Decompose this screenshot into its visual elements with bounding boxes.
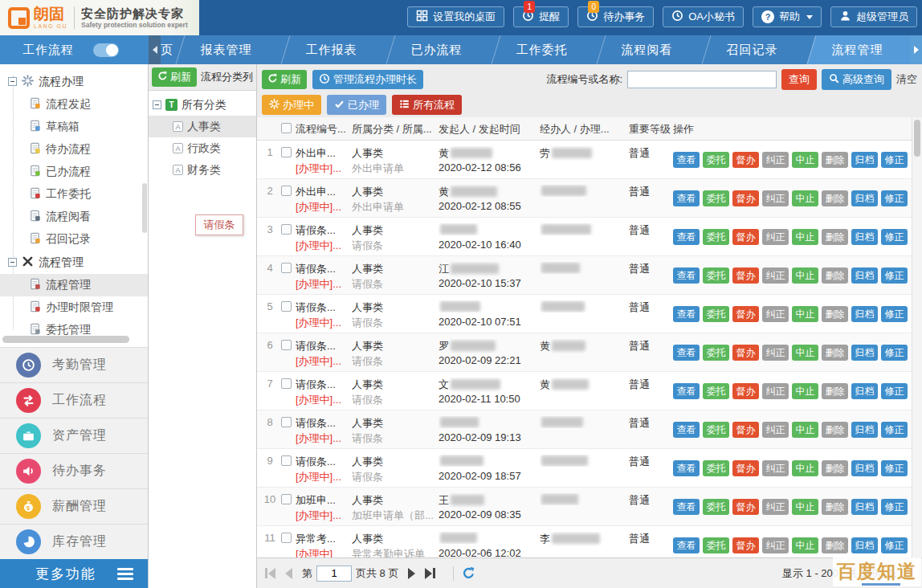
tree-group-flow-management[interactable]: 流程管理 — [0, 251, 148, 274]
tab-report-manage[interactable]: 报表管理 — [173, 35, 279, 64]
vertical-scrollbar[interactable] — [142, 183, 147, 233]
category-refresh-button[interactable]: 刷新 — [152, 67, 197, 87]
help-button[interactable]: ? 帮助 — [753, 6, 822, 27]
category-hr[interactable]: A 人事类 — [149, 116, 256, 137]
action-view-button[interactable]: 查看 — [673, 422, 700, 438]
category-admin[interactable]: A 行政类 — [149, 137, 256, 159]
sidebar-item-drafts[interactable]: 草稿箱 — [0, 116, 148, 138]
row-checkbox[interactable] — [281, 340, 292, 350]
action-archive-button[interactable]: 归档 — [851, 306, 878, 322]
tab-flow-manage[interactable]: 流程管理 — [805, 35, 910, 64]
tab-work-delegate[interactable]: 工作委托 — [489, 35, 594, 64]
action-correct-button[interactable]: 纠正 — [762, 383, 789, 399]
filter-all-button[interactable]: 所有流程 — [392, 95, 462, 115]
action-delegate-button[interactable]: 委托 — [703, 460, 729, 476]
action-delegate-button[interactable]: 委托 — [703, 422, 729, 438]
tab-work-report[interactable]: 工作报表 — [279, 35, 384, 64]
action-correct-button[interactable]: 纠正 — [762, 422, 789, 438]
action-amend-button[interactable]: 修正 — [881, 537, 908, 553]
reminders-button[interactable]: 提醒 1 — [513, 6, 569, 27]
collapse-icon[interactable] — [8, 77, 17, 86]
collapse-icon[interactable] — [153, 100, 161, 109]
action-correct-button[interactable]: 纠正 — [762, 152, 789, 168]
action-view-button[interactable]: 查看 — [673, 460, 700, 476]
action-correct-button[interactable]: 纠正 — [762, 229, 789, 245]
action-supervise-button[interactable]: 督办 — [732, 499, 759, 515]
action-delete-button[interactable]: 删除 — [822, 422, 848, 438]
action-view-button[interactable]: 查看 — [673, 152, 700, 168]
module-workflow[interactable]: 工作流程 — [0, 383, 148, 419]
sidebar-item-recall-records[interactable]: 召回记录 — [0, 228, 148, 251]
action-amend-button[interactable]: 修正 — [881, 460, 908, 476]
action-archive-button[interactable]: 归档 — [851, 499, 878, 515]
super-admin-button[interactable]: 超级管理员 — [830, 6, 917, 27]
row-checkbox[interactable] — [281, 301, 292, 312]
action-delegate-button[interactable]: 委托 — [703, 306, 729, 322]
action-supervise-button[interactable]: 督办 — [732, 383, 759, 399]
action-archive-button[interactable]: 归档 — [851, 267, 878, 284]
action-amend-button[interactable]: 修正 — [881, 383, 908, 399]
action-archive-button[interactable]: 归档 — [851, 383, 878, 399]
action-amend-button[interactable]: 修正 — [881, 345, 908, 361]
action-abort-button[interactable]: 中止 — [792, 537, 818, 553]
action-archive-button[interactable]: 归档 — [851, 537, 878, 553]
row-checkbox[interactable] — [281, 263, 292, 273]
row-checkbox[interactable] — [281, 378, 292, 389]
action-abort-button[interactable]: 中止 — [792, 152, 818, 168]
more-functions-bar[interactable]: 更多功能 — [0, 559, 148, 588]
desktop-settings-button[interactable]: 设置我的桌面 — [407, 6, 504, 27]
pagination-refresh-button[interactable] — [462, 566, 475, 580]
action-delegate-button[interactable]: 委托 — [703, 229, 729, 245]
filter-done-button[interactable]: 已办理 — [327, 95, 386, 115]
action-supervise-button[interactable]: 督办 — [732, 190, 759, 206]
action-archive-button[interactable]: 归档 — [851, 460, 878, 476]
action-abort-button[interactable]: 中止 — [792, 306, 818, 322]
action-correct-button[interactable]: 纠正 — [762, 267, 789, 284]
action-amend-button[interactable]: 修正 — [881, 267, 908, 284]
sidebar-item-time-limit-manage[interactable]: 办理时限管理 — [0, 296, 148, 319]
manage-duration-button[interactable]: 管理流程办理时长 — [312, 70, 423, 89]
row-checkbox[interactable] — [281, 455, 292, 466]
action-view-button[interactable]: 查看 — [673, 537, 700, 553]
action-delete-button[interactable]: 删除 — [822, 537, 848, 553]
action-abort-button[interactable]: 中止 — [792, 499, 818, 515]
action-supervise-button[interactable]: 督办 — [732, 537, 759, 553]
module-inventory[interactable]: 库存管理 — [0, 525, 148, 560]
tab-scroll-left-button[interactable] — [149, 35, 161, 64]
action-supervise-button[interactable]: 督办 — [732, 306, 759, 322]
action-supervise-button[interactable]: 督办 — [732, 152, 759, 168]
action-view-button[interactable]: 查看 — [673, 306, 700, 322]
action-delete-button[interactable]: 删除 — [822, 267, 848, 284]
action-amend-button[interactable]: 修正 — [881, 229, 908, 245]
action-correct-button[interactable]: 纠正 — [762, 345, 789, 361]
action-correct-button[interactable]: 纠正 — [762, 460, 789, 476]
todo-affairs-button[interactable]: 待办事务 0 — [577, 6, 654, 27]
action-abort-button[interactable]: 中止 — [792, 267, 818, 284]
action-delegate-button[interactable]: 委托 — [703, 152, 729, 168]
select-all-checkbox[interactable] — [281, 123, 292, 133]
row-checkbox[interactable] — [281, 224, 292, 235]
action-view-button[interactable]: 查看 — [673, 190, 700, 206]
action-correct-button[interactable]: 纠正 — [762, 499, 789, 515]
action-delegate-button[interactable]: 委托 — [703, 267, 729, 284]
action-correct-button[interactable]: 纠正 — [762, 537, 789, 553]
filter-processing-button[interactable]: 办理中 — [262, 95, 321, 115]
action-view-button[interactable]: 查看 — [673, 383, 700, 399]
tab-flow-read[interactable]: 流程阅看 — [594, 35, 700, 64]
action-archive-button[interactable]: 归档 — [851, 190, 878, 206]
page-number-input[interactable] — [316, 566, 352, 582]
table-scrollbar[interactable] — [912, 117, 922, 557]
action-abort-button[interactable]: 中止 — [792, 422, 818, 438]
collapse-icon[interactable] — [8, 258, 17, 267]
action-abort-button[interactable]: 中止 — [792, 383, 818, 399]
category-finance[interactable]: A 财务类 — [149, 159, 256, 181]
action-supervise-button[interactable]: 督办 — [732, 345, 759, 361]
clear-link[interactable]: 清空 — [896, 72, 917, 87]
sidebar-item-done-flows[interactable]: 已办流程 — [0, 161, 148, 183]
action-delegate-button[interactable]: 委托 — [703, 537, 729, 553]
action-abort-button[interactable]: 中止 — [792, 460, 818, 476]
category-root[interactable]: T 所有分类 — [149, 94, 256, 116]
action-delete-button[interactable]: 删除 — [822, 229, 848, 245]
action-archive-button[interactable]: 归档 — [851, 229, 878, 245]
sidebar-item-flow-read[interactable]: 流程阅看 — [0, 206, 148, 228]
